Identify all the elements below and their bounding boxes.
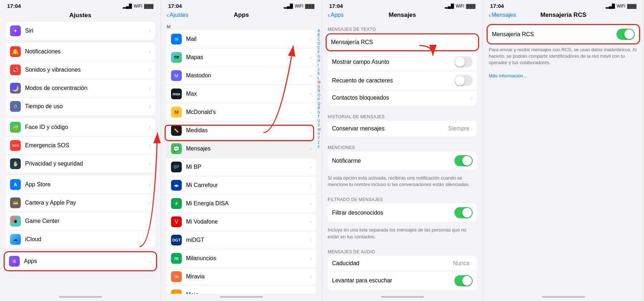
- modos-icon: 🌙: [10, 83, 21, 94]
- nav-header-apps: ‹ Ajustes Apps: [161, 10, 322, 21]
- mibp-icon: BP: [171, 162, 182, 172]
- rcs-toggle-wrapper: Mensajería RCS: [483, 21, 644, 44]
- max-icon: max: [171, 89, 182, 99]
- ajustes-item-siri[interactable]: ✦ Siri ›: [6, 22, 155, 40]
- apps-item-miravia[interactable]: 🛍 Miravia ›: [167, 268, 316, 286]
- chevron-icon: ›: [149, 124, 151, 130]
- apps-item-mcdonalds[interactable]: M McDonald's ›: [167, 103, 316, 121]
- home-indicator-4: [483, 294, 644, 301]
- ajustes-item-apps[interactable]: ⊞ Apps ›: [5, 252, 156, 270]
- status-bar-1: 17:04 ▂▄█ WiFi ▓▓▓: [0, 0, 161, 10]
- recuento-toggle[interactable]: [454, 75, 473, 86]
- apps-icon: ⊞: [9, 256, 20, 267]
- home-indicator-1: [0, 294, 161, 301]
- apps-item-max[interactable]: max Max ›: [167, 85, 316, 103]
- mienergia-icon: ⚡: [171, 198, 182, 209]
- battery-icon-2: ▓▓▓: [305, 4, 314, 9]
- apps-item-mienergia[interactable]: ⚡ Mi Energía DISA ›: [167, 195, 316, 213]
- levantar-toggle[interactable]: [454, 275, 473, 286]
- battery-icon-3: ▓▓▓: [466, 4, 475, 9]
- back-button-rcs[interactable]: ‹ Mensajes: [489, 12, 516, 18]
- icloud-label: iCloud: [25, 236, 149, 243]
- rcs-scroll[interactable]: Mensajería RCS Para enviar y recibir men…: [483, 21, 644, 294]
- apps-item-medidas[interactable]: 📏 Medidas ›: [167, 121, 316, 140]
- conservar-label: Conservar mensajes: [332, 125, 448, 132]
- apps-item-mastodon[interactable]: M Mastodon ›: [167, 67, 316, 85]
- status-bar-3: 17:04 ▂▄█ WiFi ▓▓▓: [322, 0, 483, 10]
- ajustes-scroll[interactable]: ✦ Siri › 🔔 Notificaciones › 🔊 Sonidos y …: [0, 22, 161, 294]
- chevron-icon: ›: [472, 39, 474, 45]
- micarrefour-icon: ◂▸: [171, 180, 182, 191]
- mensajes-text-group: Mostrar campo Asunto Recuento de caracte…: [328, 53, 477, 106]
- ajustes-item-tiempo[interactable]: ⏱ Tiempo de uso ›: [6, 97, 155, 115]
- miravia-icon: 🛍: [171, 271, 182, 282]
- mensajes-item-filtrar[interactable]: Filtrar desconocidos: [328, 204, 477, 222]
- filtrar-toggle[interactable]: [454, 207, 473, 218]
- ajustes-item-sonidos[interactable]: 🔊 Sonidos y vibraciones ›: [6, 61, 155, 79]
- midgt-icon: DGT: [171, 235, 182, 245]
- mensajes-item-asunto[interactable]: Mostrar campo Asunto: [328, 53, 477, 71]
- apps-item-mivodafone[interactable]: V Mi Vodafone ›: [167, 213, 316, 231]
- notificarme-toggle[interactable]: [454, 155, 473, 166]
- chevron-icon: ›: [150, 258, 152, 264]
- ajustes-item-modos[interactable]: 🌙 Modos de concentración ›: [6, 79, 155, 97]
- mensajes-label: Mensajes: [186, 145, 310, 152]
- apps-item-mail[interactable]: ✉ Mail ›: [167, 30, 316, 48]
- ajustes-item-emergencia[interactable]: SOS Emergencia SOS ›: [6, 137, 155, 155]
- alpha-index[interactable]: AB CD EF GH IJ KL M NÑ OP QR ST UV WX YZ…: [318, 29, 321, 149]
- apps-item-mojo[interactable]: M Mojo ›: [167, 286, 316, 294]
- apps-scroll[interactable]: M ✉ Mail › 🗺 Mapas › M Mastodon: [161, 21, 322, 294]
- ajustes-item-notificaciones[interactable]: 🔔 Notificaciones ›: [6, 43, 155, 61]
- emergencia-label: Emergencia SOS: [25, 142, 149, 149]
- apps-item-mensajes[interactable]: 💬 Mensajes ›: [167, 140, 316, 158]
- chevron-icon: ›: [310, 109, 312, 115]
- mensajes-item-conservar[interactable]: Conservar mensajes Siempre ›: [328, 121, 477, 137]
- mensajes-scroll[interactable]: MENSAJES DE TEXTO Mensajería RCS › Mostr…: [322, 21, 483, 294]
- mcdonalds-icon: M: [171, 107, 182, 118]
- wifi-icon-2: WiFi: [295, 4, 303, 9]
- gamecenter-label: Game Center: [25, 218, 149, 224]
- chevron-icon: ›: [149, 67, 151, 73]
- mensajes-item-levantar[interactable]: Levantar para escuchar: [328, 272, 477, 290]
- status-icons-2: ▂▄█ WiFi ▓▓▓: [284, 4, 314, 9]
- ajustes-item-cartera[interactable]: 💳 Cartera y Apple Pay ›: [6, 194, 155, 212]
- apps-list-group: ✉ Mail › 🗺 Mapas › M Mastodon ›: [167, 30, 316, 294]
- rcs-main-toggle[interactable]: [616, 29, 635, 40]
- apps-item-mapas[interactable]: 🗺 Mapas ›: [167, 48, 316, 67]
- mibp-label: Mi BP: [186, 164, 310, 170]
- mensajes-item-rcs[interactable]: Mensajería RCS ›: [327, 34, 478, 50]
- mapas-icon: 🗺: [171, 52, 182, 63]
- asunto-toggle[interactable]: [454, 56, 473, 67]
- mensajes-item-bloqueados[interactable]: Contactos bloqueados ›: [328, 90, 477, 106]
- rcs-item-main[interactable]: Mensajería RCS: [488, 25, 639, 43]
- apps-item-mibp[interactable]: BP Mi BP ›: [167, 158, 316, 176]
- mensajes-item-caducidad[interactable]: Caducidad Nunca ›: [328, 256, 477, 272]
- faceid-icon: 🔐: [10, 122, 21, 133]
- back-button-apps[interactable]: ‹ Ajustes: [167, 12, 188, 18]
- rcs-more-info-link[interactable]: Más información...: [489, 73, 527, 78]
- chevron-icon: ›: [149, 218, 151, 224]
- chevron-icon: ›: [310, 237, 312, 243]
- ajustes-item-appstore[interactable]: A App Store ›: [6, 176, 155, 194]
- back-button-mensajes[interactable]: ‹ Apps: [328, 12, 343, 18]
- ajustes-item-gamecenter[interactable]: ◉ Game Center ›: [6, 212, 155, 230]
- chevron-icon: ›: [310, 164, 312, 170]
- apps-item-micarrefour[interactable]: ◂▸ Mi Carrefour ›: [167, 176, 316, 195]
- section-label-historial: HISTORIAL DE MENSAJES: [322, 109, 483, 121]
- chevron-icon: ›: [310, 255, 312, 261]
- signal-icon-2: ▂▄█: [284, 4, 293, 9]
- apps-item-milanuncios[interactable]: m Milanuncios ›: [167, 249, 316, 268]
- nav-header-rcs: ‹ Mensajes Mensajería RCS: [483, 10, 644, 21]
- mojo-label: Mojo: [186, 292, 310, 294]
- back-chevron-icon-3: ‹: [328, 12, 330, 18]
- mensajes-item-recuento[interactable]: Recuento de caracteres: [328, 71, 477, 90]
- ajustes-item-icloud[interactable]: ☁ iCloud ›: [6, 230, 155, 248]
- apps-item-midgt[interactable]: DGT miDGT ›: [167, 231, 316, 249]
- signal-icon: ▂▄█: [123, 4, 132, 9]
- chevron-icon: ›: [310, 201, 312, 206]
- ajustes-item-privacidad[interactable]: ✋ Privacidad y seguridad ›: [6, 155, 155, 173]
- micarrefour-label: Mi Carrefour: [186, 182, 310, 188]
- ajustes-item-faceid[interactable]: 🔐 Face ID y código ›: [6, 118, 155, 137]
- time-1: 17:04: [7, 3, 21, 9]
- mensajes-item-notificarme[interactable]: Notificarme: [328, 152, 477, 170]
